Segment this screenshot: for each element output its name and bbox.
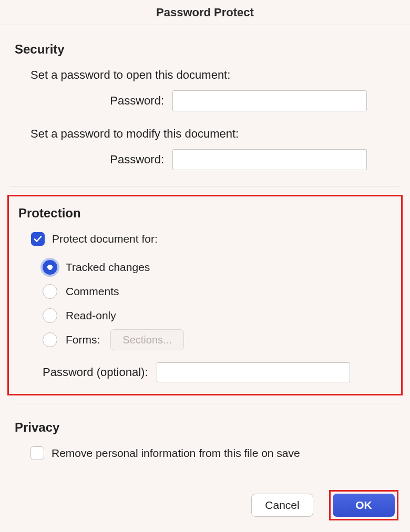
open-password-instruction: Set a password to open this document:: [0, 68, 410, 82]
protect-document-row: Protect document for:: [18, 232, 392, 246]
ok-button[interactable]: OK: [333, 494, 395, 517]
radio-comments-label: Comments: [66, 285, 119, 298]
protection-section-highlight: Protection Protect document for: Tracked…: [7, 195, 403, 395]
privacy-remove-pii-label: Remove personal information from this fi…: [52, 447, 300, 460]
protection-password-row: Password (optional):: [18, 362, 392, 382]
privacy-remove-pii-checkbox[interactable]: [30, 446, 44, 460]
dialog-title: Password Protect: [156, 6, 254, 19]
open-password-input[interactable]: [172, 90, 367, 111]
checkmark-icon: [33, 234, 43, 244]
protection-password-label: Password (optional):: [43, 366, 157, 379]
security-heading: Security: [0, 42, 410, 57]
modify-password-label: Password:: [30, 153, 172, 166]
divider: [11, 186, 399, 186]
protection-password-input[interactable]: [157, 362, 350, 382]
dialog-footer: Cancel OK: [251, 490, 398, 520]
sections-button[interactable]: Sections...: [110, 329, 183, 350]
open-password-label: Password:: [30, 94, 172, 108]
radio-forms[interactable]: [43, 332, 57, 347]
radio-row-tracked: Tracked changes: [43, 255, 392, 279]
radio-row-forms: Forms: Sections...: [43, 328, 392, 352]
dialog-content: Security Set a password to open this doc…: [0, 42, 410, 460]
title-bar: Password Protect: [0, 0, 410, 25]
divider: [11, 403, 399, 403]
privacy-heading: Privacy: [0, 420, 410, 435]
radio-comments[interactable]: [43, 284, 57, 299]
radio-row-comments: Comments: [43, 279, 392, 304]
radio-tracked-changes-label: Tracked changes: [66, 261, 150, 274]
radio-forms-label: Forms:: [66, 333, 100, 346]
protection-radio-group: Tracked changes Comments Read-only Forms…: [18, 255, 392, 352]
radio-row-readonly: Read-only: [43, 304, 392, 328]
radio-tracked-changes[interactable]: [43, 260, 57, 275]
radio-read-only-label: Read-only: [66, 309, 116, 322]
protect-document-label: Protect document for:: [52, 233, 158, 245]
radio-read-only[interactable]: [43, 308, 57, 323]
protect-document-checkbox[interactable]: [31, 232, 45, 246]
modify-password-instruction: Set a password to modify this document:: [0, 127, 410, 141]
ok-button-highlight: OK: [329, 490, 398, 520]
privacy-row: Remove personal information from this fi…: [0, 446, 410, 460]
cancel-button[interactable]: Cancel: [251, 494, 313, 517]
open-password-row: Password:: [0, 90, 410, 111]
modify-password-row: Password:: [0, 149, 410, 170]
modify-password-input[interactable]: [172, 149, 367, 170]
protection-heading: Protection: [18, 206, 392, 221]
